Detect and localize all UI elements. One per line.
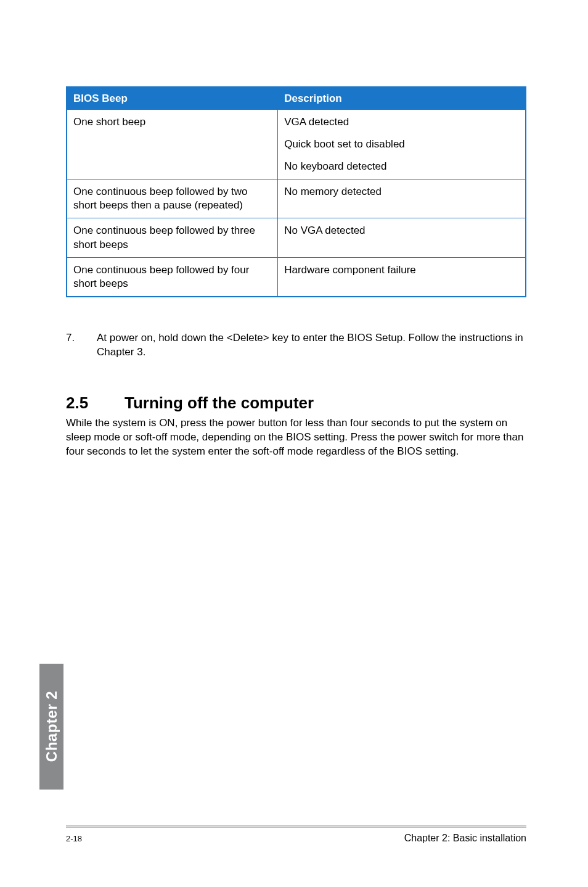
table-row: One continuous beep followed by three sh… <box>67 218 526 257</box>
chapter-tab-label: Chapter 2 <box>43 691 60 762</box>
table-header-desc: Description <box>278 87 526 110</box>
page-number: 2-18 <box>66 834 82 843</box>
table-row: One continuous beep followed by two shor… <box>67 179 526 218</box>
chapter-label: Chapter 2: Basic installation <box>404 833 526 844</box>
beep-cell: One continuous beep followed by three sh… <box>67 218 278 257</box>
desc-cell: VGA detected Quick boot set to disabled … <box>278 110 526 179</box>
section-number: 2.5 <box>66 394 125 413</box>
beep-cell: One continuous beep followed by four sho… <box>67 257 278 297</box>
desc-cell: No VGA detected <box>278 218 526 257</box>
footer-divider <box>66 825 526 828</box>
desc-line: No keyboard detected <box>284 160 519 173</box>
table-row: One short beep VGA detected Quick boot s… <box>67 110 526 179</box>
beep-cell: One continuous beep followed by two shor… <box>67 179 278 218</box>
instruction-text: At power on, hold down the <Delete> key … <box>97 331 526 360</box>
table-header-beep: BIOS Beep <box>67 87 278 110</box>
desc-line: Quick boot set to disabled <box>284 138 519 151</box>
bios-beep-table: BIOS Beep Description One short beep VGA… <box>66 86 526 297</box>
beep-cell: One short beep <box>67 110 278 179</box>
page-footer: 2-18 Chapter 2: Basic installation <box>66 825 526 844</box>
table-row: One continuous beep followed by four sho… <box>67 257 526 297</box>
desc-line: VGA detected <box>284 115 519 129</box>
section-body: While the system is ON, press the power … <box>66 416 526 459</box>
desc-cell: Hardware component failure <box>278 257 526 297</box>
instruction-number: 7. <box>66 331 97 360</box>
instruction-item: 7. At power on, hold down the <Delete> k… <box>66 331 526 360</box>
chapter-tab: Chapter 2 <box>39 664 63 790</box>
section-title: Turning off the computer <box>125 394 314 413</box>
desc-cell: No memory detected <box>278 179 526 218</box>
section-heading: 2.5 Turning off the computer <box>66 394 526 413</box>
